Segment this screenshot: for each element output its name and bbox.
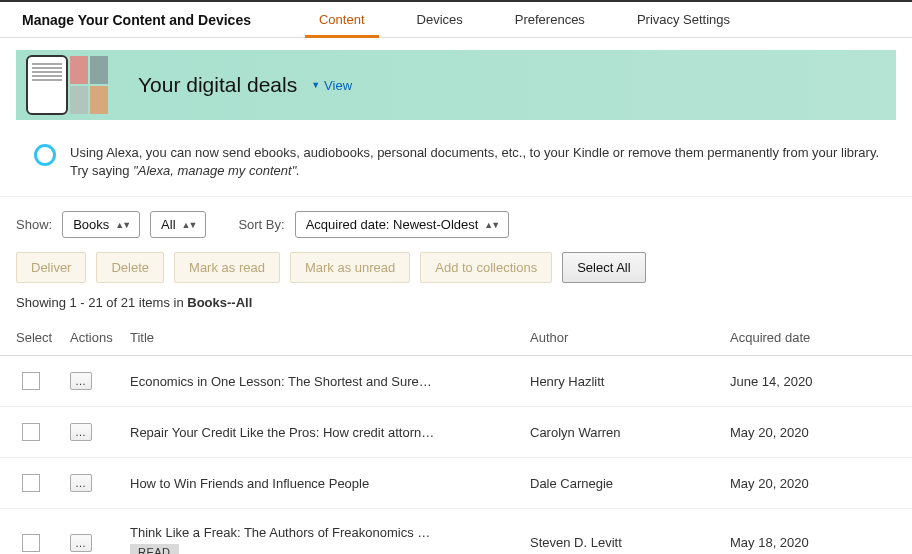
- select-all-button[interactable]: Select All: [562, 252, 645, 283]
- row-checkbox[interactable]: [22, 372, 40, 390]
- table-row: …Think Like a Freak: The Authors of Frea…: [0, 509, 912, 554]
- alexa-notice: Using Alexa, you can now send ebooks, au…: [0, 128, 912, 197]
- page-title: Manage Your Content and Devices: [0, 12, 273, 28]
- banner-graphic: [26, 55, 126, 115]
- count-row: Showing 1 - 21 of 21 items in Books--All: [0, 295, 912, 320]
- filter-row: Show: Books▲▼ All▲▼ Sort By: Acquired da…: [0, 197, 912, 238]
- caret-icon: ▲▼: [115, 220, 129, 230]
- row-title[interactable]: Think Like a Freak: The Authors of Freak…: [130, 525, 530, 554]
- banner-heading: Your digital deals: [138, 73, 297, 97]
- table-row: …How to Win Friends and Influence People…: [0, 458, 912, 509]
- alexa-text: Using Alexa, you can now send ebooks, au…: [70, 144, 890, 180]
- tab-preferences[interactable]: Preferences: [509, 2, 591, 37]
- row-author: Henry Hazlitt: [530, 374, 730, 389]
- scope-select[interactable]: All▲▼: [150, 211, 206, 238]
- content-table: Select Actions Title Author Acquired dat…: [0, 320, 912, 554]
- read-badge: READ: [130, 544, 179, 554]
- col-author: Author: [530, 330, 730, 345]
- caret-icon: ▲▼: [484, 220, 498, 230]
- col-title: Title: [130, 330, 530, 345]
- row-actions-button[interactable]: …: [70, 423, 92, 441]
- col-select: Select: [16, 330, 70, 345]
- row-date: June 14, 2020: [730, 374, 890, 389]
- chevron-down-icon: ▼: [311, 80, 320, 90]
- mark-read-button[interactable]: Mark as read: [174, 252, 280, 283]
- row-author: Carolyn Warren: [530, 425, 730, 440]
- row-actions-button[interactable]: …: [70, 372, 92, 390]
- deliver-button[interactable]: Deliver: [16, 252, 86, 283]
- delete-button[interactable]: Delete: [96, 252, 164, 283]
- row-title[interactable]: How to Win Friends and Influence People: [130, 476, 530, 491]
- row-checkbox[interactable]: [22, 474, 40, 492]
- add-collections-button[interactable]: Add to collections: [420, 252, 552, 283]
- row-checkbox[interactable]: [22, 534, 40, 552]
- row-title[interactable]: Repair Your Credit Like the Pros: How cr…: [130, 425, 530, 440]
- tab-devices[interactable]: Devices: [411, 2, 469, 37]
- top-nav: Manage Your Content and Devices Content …: [0, 0, 912, 38]
- row-title[interactable]: Economics in One Lesson: The Shortest an…: [130, 374, 530, 389]
- table-header: Select Actions Title Author Acquired dat…: [0, 320, 912, 356]
- table-row: …Repair Your Credit Like the Pros: How c…: [0, 407, 912, 458]
- action-row: Deliver Delete Mark as read Mark as unre…: [0, 238, 912, 295]
- alexa-icon: [34, 144, 56, 166]
- row-actions-button[interactable]: …: [70, 534, 92, 552]
- row-checkbox[interactable]: [22, 423, 40, 441]
- row-actions-button[interactable]: …: [70, 474, 92, 492]
- banner-view-link[interactable]: View: [324, 78, 352, 93]
- table-row: …Economics in One Lesson: The Shortest a…: [0, 356, 912, 407]
- col-date: Acquired date: [730, 330, 890, 345]
- row-date: May 20, 2020: [730, 425, 890, 440]
- mark-unread-button[interactable]: Mark as unread: [290, 252, 410, 283]
- tab-privacy[interactable]: Privacy Settings: [631, 2, 736, 37]
- row-author: Steven D. Levitt: [530, 535, 730, 550]
- tab-content[interactable]: Content: [313, 2, 371, 37]
- row-date: May 18, 2020: [730, 535, 890, 550]
- row-date: May 20, 2020: [730, 476, 890, 491]
- sort-label: Sort By:: [238, 217, 284, 232]
- col-actions: Actions: [70, 330, 130, 345]
- tabs: Content Devices Preferences Privacy Sett…: [313, 2, 736, 37]
- caret-icon: ▲▼: [182, 220, 196, 230]
- deals-banner: Your digital deals ▼ View: [16, 50, 896, 120]
- sort-select[interactable]: Acquired date: Newest-Oldest▲▼: [295, 211, 510, 238]
- show-select[interactable]: Books▲▼: [62, 211, 140, 238]
- row-author: Dale Carnegie: [530, 476, 730, 491]
- show-label: Show:: [16, 217, 52, 232]
